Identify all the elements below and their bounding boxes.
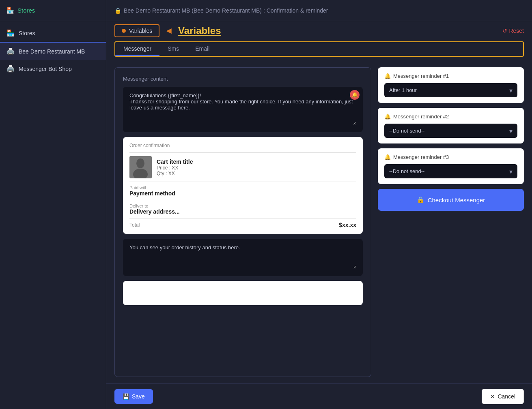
reset-icon: ↺: [502, 28, 507, 34]
reminder-3-title: 🔔 Messenger reminder #3: [384, 154, 517, 160]
main-content-grid: Messenger content 🔔 Order confirmation: [106, 61, 532, 383]
sidebar-messenger-bot-label: Messenger Bot Shop: [19, 66, 72, 72]
variables-title: Variables: [178, 25, 221, 36]
message-box-2: [123, 239, 363, 276]
content-area: Variables ◄ Variables ↺ Reset Messenger …: [106, 21, 532, 409]
reminder-2-label: Messenger reminder #2: [393, 113, 449, 120]
payment-method: Payment method: [129, 190, 356, 197]
save-label: Save: [132, 393, 145, 400]
tab-sms-label: Sms: [168, 45, 179, 52]
deliver-to-label: Deliver to: [129, 203, 356, 208]
reminder-card-2: 🔔 Messenger reminder #2 --Do not send-- …: [378, 108, 524, 143]
cart-item-title: Cart item title: [157, 158, 193, 165]
right-panel: 🔔 Messenger reminder #1 --Do not send-- …: [378, 67, 524, 377]
delivery-section: Deliver to Delivery address...: [129, 203, 356, 215]
messenger-section-label: Messenger content: [123, 76, 363, 82]
variables-arrow-icon: ◄: [164, 26, 173, 36]
tab-messenger-label: Messenger: [123, 45, 151, 52]
messenger-bot-icon: 🖨️: [6, 65, 15, 73]
cart-item-image-inner: [129, 156, 152, 178]
reminder-card-3: 🔔 Messenger reminder #3 --Do not send-- …: [378, 148, 524, 184]
checkout-messenger-button[interactable]: 🔒 Checkout Messenger: [378, 189, 524, 211]
reminder-card-1: 🔔 Messenger reminder #1 --Do not send-- …: [378, 67, 524, 103]
bottom-bar: 💾 Save ✕ Cancel: [106, 383, 532, 409]
order-card: Order confirmation: [123, 137, 363, 234]
sidebar-item-stores[interactable]: 🏪 Stores: [0, 24, 106, 42]
reminder-3-label: Messenger reminder #3: [393, 154, 449, 160]
tab-email-label: Email: [195, 45, 209, 52]
cart-item-price: Price : XX: [157, 165, 193, 171]
total-row: Total $xx.xx: [129, 222, 356, 228]
tab-messenger[interactable]: Messenger: [115, 42, 159, 56]
reminder-1-bell-icon: 🔔: [384, 73, 391, 79]
message-box-1: 🔔: [123, 87, 363, 132]
cart-item-row: Cart item title Price : XX Qty : XX: [129, 156, 356, 178]
message-textarea-1[interactable]: [129, 92, 356, 125]
cancel-icon: ✕: [490, 393, 495, 400]
main-layout: 🏪 Stores 🖨️ Bee Demo Restaurant MB 🖨️ Me…: [0, 21, 532, 409]
breadcrumb: 🔒 Bee Demo Restaurant MB (Bee Demo Resta…: [106, 7, 532, 14]
variables-area: Variables ◄ Variables ↺ Reset: [106, 21, 532, 39]
sidebar-item-messenger-bot[interactable]: 🖨️ Messenger Bot Shop: [0, 60, 106, 77]
reset-label: Reset: [509, 28, 524, 34]
reminder-1-select-wrapper: --Do not send-- After 1 hour After 2 hou…: [384, 83, 517, 97]
reminder-3-bell-icon: 🔔: [384, 154, 391, 160]
delivery-address: Delivery address...: [129, 208, 356, 215]
total-value: $xx.xx: [339, 222, 356, 228]
breadcrumb-text: Bee Demo Restaurant MB (Bee Demo Restaur…: [124, 7, 328, 14]
tabs-area: Messenger Sms Email: [106, 39, 532, 61]
payment-section: Paid with Payment method: [129, 185, 356, 197]
reminder-2-select-wrapper: --Do not send-- After 1 hour After 2 hou…: [384, 124, 517, 138]
reminder-1-title: 🔔 Messenger reminder #1: [384, 73, 517, 79]
sidebar-bee-demo-label: Bee Demo Restaurant MB: [19, 48, 85, 55]
variables-dot: [122, 29, 126, 33]
reminder-2-bell-icon: 🔔: [384, 113, 391, 120]
stores-label[interactable]: Stores: [17, 7, 35, 14]
reminder-1-select[interactable]: --Do not send-- After 1 hour After 2 hou…: [384, 83, 517, 97]
tab-sms[interactable]: Sms: [159, 42, 187, 56]
bee-demo-icon: 🖨️: [6, 47, 15, 55]
top-bar-left: 🏪 Stores: [0, 0, 106, 21]
reminder-2-title: 🔔 Messenger reminder #2: [384, 113, 517, 120]
variables-button[interactable]: Variables: [114, 24, 159, 37]
reminder-1-label: Messenger reminder #1: [393, 73, 449, 79]
top-bar: 🏪 Stores 🔒 Bee Demo Restaurant MB (Bee D…: [0, 0, 532, 21]
message-textarea-2[interactable]: [129, 244, 356, 269]
reset-button[interactable]: ↺ Reset: [502, 28, 524, 34]
cancel-button[interactable]: ✕ Cancel: [482, 389, 524, 404]
save-icon: 💾: [123, 393, 129, 400]
svg-point-1: [136, 158, 144, 168]
save-button[interactable]: 💾 Save: [114, 389, 153, 404]
reminder-3-select[interactable]: --Do not send-- After 1 hour After 2 hou…: [384, 164, 517, 178]
reminder-2-select[interactable]: --Do not send-- After 1 hour After 2 hou…: [384, 124, 517, 138]
message-footer: [123, 281, 363, 305]
store-icon: 🏪: [6, 7, 14, 14]
tabs-container: Messenger Sms Email: [114, 41, 524, 57]
cart-item-info: Cart item title Price : XX Qty : XX: [157, 158, 193, 176]
stores-icon: 🏪: [6, 29, 15, 37]
checkout-btn-label: Checkout Messenger: [428, 197, 485, 203]
sidebar-item-bee-demo[interactable]: 🖨️ Bee Demo Restaurant MB: [0, 42, 106, 60]
tab-email[interactable]: Email: [187, 42, 218, 56]
checkout-lock-icon: 🔒: [417, 196, 424, 203]
bell-badge-1: 🔔: [350, 90, 360, 100]
reminder-3-select-wrapper: --Do not send-- After 1 hour After 2 hou…: [384, 164, 517, 178]
messenger-section: Messenger content 🔔 Order confirmation: [114, 67, 371, 377]
cart-item-image: [129, 156, 152, 178]
paid-with-label: Paid with: [129, 185, 356, 190]
breadcrumb-icon: 🔒: [114, 7, 121, 14]
total-label: Total: [129, 222, 140, 228]
order-confirmation-label: Order confirmation: [129, 143, 356, 148]
cart-item-qty: Qty : XX: [157, 171, 193, 176]
sidebar-stores-label: Stores: [19, 30, 35, 36]
cancel-label: Cancel: [498, 393, 515, 400]
variables-btn-label: Variables: [129, 28, 152, 34]
sidebar: 🏪 Stores 🖨️ Bee Demo Restaurant MB 🖨️ Me…: [0, 21, 106, 409]
